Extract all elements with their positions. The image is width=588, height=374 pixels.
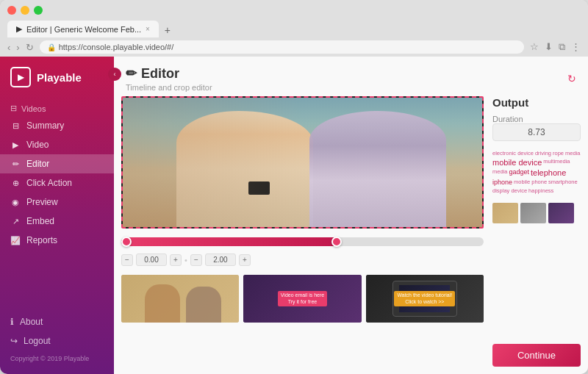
tag-mobile-phone: mobile phone (514, 179, 547, 186)
click-action-icon: ⊕ (10, 179, 21, 188)
sidebar-label-about: About (20, 317, 43, 327)
output-thumb-1[interactable] (492, 203, 518, 223)
right-time-decrease-button[interactable]: − (190, 254, 202, 266)
sidebar-item-video[interactable]: ▶ Video (0, 135, 114, 154)
editor-icon: ✏ (10, 159, 21, 169)
sidebar-item-reports[interactable]: 📈 Reports (0, 231, 114, 250)
logo-icon: ▶ (10, 67, 31, 87)
duration-value: 8.73 (492, 123, 581, 141)
page-title: ✏ Editor (126, 65, 212, 82)
tag-iphone: iphone (492, 179, 512, 186)
extensions-icon[interactable]: ⧉ (559, 41, 565, 53)
tag-gadget: gadget (509, 168, 529, 177)
logout-icon: ↪ (10, 336, 18, 346)
menu-icon[interactable]: ⋮ (571, 41, 581, 53)
about-icon: ℹ (10, 317, 14, 327)
sidebar-item-summary[interactable]: ⊟ Summary (0, 116, 114, 135)
reports-icon: 📈 (10, 236, 21, 245)
forward-button[interactable]: › (16, 42, 19, 53)
timeline-handle-right[interactable] (331, 237, 342, 247)
tag-smartphone: smartphone (548, 179, 578, 186)
sidebar-section-videos: ⊟ Videos ⊟ Summary ▶ Video ✏ Editor ⊕ (0, 95, 114, 256)
sidebar-label-video: Video (26, 140, 49, 150)
timeline-track[interactable] (121, 237, 484, 246)
refresh-icon[interactable]: ↻ (567, 73, 576, 84)
thumb-2-overlay: Video email is hereTry it for free (243, 275, 361, 323)
thumbnail-1[interactable] (121, 275, 239, 323)
browser-chrome: ▶ Editor | Generic Welcome Feb... × + (0, 0, 588, 37)
address-bar: ‹ › ↻ 🔒 https://console.playable.video/#… (0, 37, 588, 57)
left-time-increase-button[interactable]: + (170, 254, 182, 266)
output-thumb-2[interactable] (520, 203, 546, 223)
sidebar-section-label-videos: ⊟ Videos (0, 101, 114, 116)
left-time-input[interactable]: 0.00 (136, 253, 167, 266)
left-time-decrease-button[interactable]: − (121, 254, 133, 266)
thumbnail-3[interactable]: Watch the video tutorial!Click to watch … (366, 275, 484, 323)
sidebar-item-logout[interactable]: ↪ Logout (0, 331, 114, 350)
sidebar-label-editor: Editor (26, 159, 49, 169)
tab-favicon: ▶ (16, 24, 22, 34)
url-text: https://console.playable.video/#/ (59, 43, 174, 51)
time-separator: • (184, 256, 187, 265)
sidebar-collapse-button[interactable]: ‹ (108, 68, 121, 81)
sidebar-item-preview[interactable]: ◉ Preview (0, 193, 114, 212)
maximize-window-button[interactable] (34, 6, 43, 15)
thumb-3-overlay: Watch the video tutorial!Click to watch … (366, 275, 484, 323)
thumbnail-2[interactable]: Video email is hereTry it for free (243, 275, 361, 323)
sidebar-item-click-action[interactable]: ⊕ Click Action (0, 173, 114, 193)
editor-body: − 0.00 + • − 2.00 + (114, 96, 588, 374)
back-button[interactable]: ‹ (7, 42, 10, 53)
sidebar-copyright: Copyright © 2019 Playable (0, 350, 114, 367)
sidebar-label-embed: Embed (26, 216, 54, 226)
browser-tab-active[interactable]: ▶ Editor | Generic Welcome Feb... × (7, 21, 159, 37)
tag-rope-media: rope media (553, 150, 581, 157)
timeline-area: − 0.00 + • − 2.00 + (121, 234, 484, 266)
browser-window: ▶ Editor | Generic Welcome Feb... × + ‹ … (0, 0, 588, 374)
sidebar-label-preview: Preview (26, 197, 58, 207)
video-icon: ▶ (10, 140, 21, 150)
videos-section-label: Videos (21, 104, 46, 113)
sidebar-item-embed[interactable]: ↗ Embed (0, 212, 114, 231)
browser-buttons (7, 6, 581, 15)
minimize-window-button[interactable] (21, 6, 29, 15)
sidebar-label-reports: Reports (26, 235, 57, 245)
new-tab-button[interactable]: + (160, 23, 175, 37)
logo-text: Playable (37, 71, 82, 84)
timeline-controls: − 0.00 + • − 2.00 + (121, 253, 484, 266)
output-duration-section: Duration 8.73 (492, 115, 581, 141)
page-subtitle: Timeline and crop editor (126, 83, 212, 92)
sidebar-item-about[interactable]: ℹ About (0, 312, 114, 331)
sidebar: ‹ ▶ Playable ⊟ Videos ⊟ Summary ▶ Video (0, 57, 114, 374)
sidebar-logo: ▶ Playable (0, 57, 114, 95)
url-input[interactable]: 🔒 https://console.playable.video/#/ (40, 40, 524, 54)
thumb-3-badge: Watch the video tutorial!Click to watch … (394, 291, 455, 306)
videos-section-icon: ⊟ (10, 104, 17, 113)
page-title-area: ✏ Editor Timeline and crop editor (126, 65, 212, 92)
close-window-button[interactable] (7, 6, 16, 15)
sidebar-label-click-action: Click Action (26, 178, 72, 188)
tag-multimedia: multimedia (543, 158, 570, 167)
tags-cloud: electronic device driving rope media mob… (492, 150, 581, 194)
bookmark-icon[interactable]: ☆ (530, 41, 539, 53)
sidebar-item-editor[interactable]: ✏ Editor (0, 154, 114, 173)
refresh-button[interactable]: ↻ (26, 42, 34, 53)
editor-panel: − 0.00 + • − 2.00 + (121, 96, 484, 367)
browser-tabs: ▶ Editor | Generic Welcome Feb... × + (7, 21, 581, 37)
video-scene (123, 98, 482, 227)
tag-driving: driving (535, 150, 551, 157)
page-title-icon: ✏ (126, 65, 137, 82)
download-icon[interactable]: ⬇ (545, 41, 553, 53)
sidebar-bottom: ℹ About ↪ Logout Copyright © 2019 Playab… (0, 305, 114, 374)
continue-button[interactable]: Continue (492, 344, 581, 367)
output-thumbnails (492, 203, 581, 223)
tab-title: Editor | Generic Welcome Feb... (26, 25, 141, 34)
preview-icon: ◉ (10, 198, 21, 207)
thumb-2-badge: Video email is hereTry it for free (278, 291, 327, 306)
right-time-input[interactable]: 2.00 (205, 253, 236, 266)
tab-close-button[interactable]: × (146, 25, 150, 33)
tag-display-device: display device (492, 187, 527, 194)
output-title: Output (492, 96, 581, 109)
timeline-handle-left[interactable] (121, 237, 132, 247)
output-thumb-3[interactable] (548, 203, 574, 223)
right-time-increase-button[interactable]: + (239, 254, 251, 266)
